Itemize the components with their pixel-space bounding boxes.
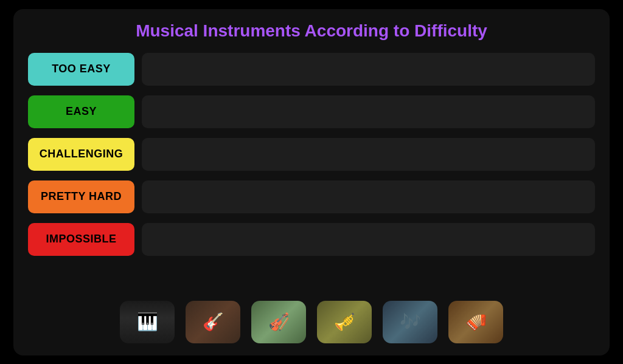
- row-challenging: CHALLENGING: [28, 136, 595, 173]
- label-impossible[interactable]: IMPOSSIBLE: [28, 223, 134, 256]
- drop-zone-easy[interactable]: [142, 95, 595, 128]
- row-impossible: IMPOSSIBLE: [28, 221, 595, 258]
- difficulty-rows: TOO EASY EASY CHALLENGING PRETTY HARD IM…: [28, 50, 595, 295]
- row-too-easy: TOO EASY: [28, 50, 595, 88]
- label-pretty-hard[interactable]: PRETTY HARD: [28, 180, 134, 213]
- instrument-cello[interactable]: 🎻: [251, 301, 306, 343]
- drop-zone-impossible[interactable]: [142, 223, 595, 256]
- accordion-icon: 🪗: [448, 301, 503, 343]
- label-easy[interactable]: EASY: [28, 95, 134, 128]
- main-container: Musical Instruments According to Difficu…: [13, 9, 610, 355]
- instrument-thumbnails: 🎹 🎸 🎻 🎺 🎶 🪗: [28, 301, 595, 346]
- guitar-icon: 🎸: [186, 301, 240, 343]
- instrument-piano[interactable]: 🎹: [120, 301, 175, 343]
- instrument-accordion[interactable]: 🪗: [448, 301, 503, 343]
- cello-icon: 🎻: [251, 301, 306, 343]
- row-pretty-hard: PRETTY HARD: [28, 178, 595, 216]
- instrument-guitar[interactable]: 🎸: [186, 301, 240, 343]
- drop-zone-pretty-hard[interactable]: [142, 180, 595, 213]
- instrument-flute[interactable]: 🎶: [383, 301, 437, 343]
- row-easy: EASY: [28, 93, 595, 131]
- trombone-icon: 🎺: [317, 301, 372, 343]
- piano-icon: 🎹: [120, 301, 175, 343]
- label-challenging[interactable]: CHALLENGING: [28, 138, 134, 171]
- page-title: Musical Instruments According to Difficu…: [28, 21, 595, 41]
- drop-zone-challenging[interactable]: [142, 138, 595, 171]
- flute-icon: 🎶: [383, 301, 437, 343]
- drop-zone-too-easy[interactable]: [142, 53, 595, 86]
- label-too-easy[interactable]: TOO EASY: [28, 53, 134, 86]
- instrument-trombone[interactable]: 🎺: [317, 301, 372, 343]
